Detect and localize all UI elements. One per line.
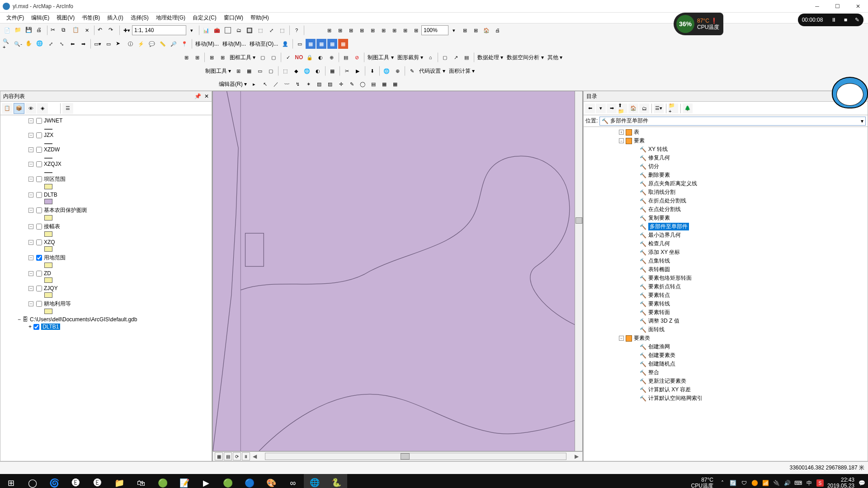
pause-drawing-button[interactable]: ⏸ xyxy=(242,452,250,460)
menu-file[interactable]: 文件(F) xyxy=(3,13,28,23)
close-button[interactable]: ✕ xyxy=(848,0,868,13)
tbtn-g1[interactable]: ⊞ xyxy=(324,25,334,35)
layout-view-button[interactable]: ▤ xyxy=(224,452,232,460)
expand-icon[interactable]: + xyxy=(619,130,624,135)
tbtn-f[interactable]: ⬚ xyxy=(277,25,287,35)
r4-j[interactable]: ✂ xyxy=(342,66,352,76)
save-button[interactable] xyxy=(24,25,34,35)
copy-button[interactable] xyxy=(60,25,70,35)
identify-button[interactable]: ⓘ xyxy=(125,39,135,49)
location-dropdown-icon[interactable]: ▾ xyxy=(861,118,863,124)
ed-k[interactable]: ◯ xyxy=(358,79,368,89)
zhitu-tool[interactable]: 制图工具 ▾ xyxy=(366,54,395,61)
shuju-tool[interactable]: 数据处理 ▾ xyxy=(476,54,505,61)
tbtn-a[interactable] xyxy=(223,25,233,35)
task-edge[interactable]: 🅔 xyxy=(87,474,108,488)
mianji-tool[interactable]: 面积计算 ▾ xyxy=(447,67,476,75)
menu-windows[interactable]: 窗口(W) xyxy=(220,13,247,23)
layer-checkbox[interactable] xyxy=(36,176,42,182)
goto-xy[interactable]: 📍 xyxy=(179,39,189,49)
cat-tool-item[interactable]: 🔨 表转椭圆 xyxy=(585,265,867,274)
editor-menu[interactable]: 编辑器(R) ▾ xyxy=(217,80,249,88)
layer-checkbox[interactable] xyxy=(36,224,42,230)
task-vs[interactable]: ∞ xyxy=(282,474,304,488)
toc-list-by-selection[interactable]: ◈ xyxy=(37,103,48,114)
r4-d[interactable]: ▢ xyxy=(266,66,276,76)
cat-tool-item[interactable]: 🔨 计算默认 XY 容差 xyxy=(585,385,867,394)
pause-icon[interactable]: ⏸ xyxy=(831,17,836,23)
tbtn-g6[interactable]: ⊞ xyxy=(378,25,388,35)
toc-pin-icon[interactable]: 📌 xyxy=(194,93,201,99)
cat-tool-item[interactable]: 🔨 复制要素 xyxy=(585,214,867,222)
cat-tool-item[interactable]: 🔨 修复几何 xyxy=(585,154,867,162)
layer-symbol[interactable] xyxy=(44,215,52,221)
layer-checkbox[interactable] xyxy=(36,161,42,167)
gdb-layer-row[interactable]: + DLTB1 xyxy=(1,323,211,330)
layer-symbol[interactable] xyxy=(44,129,52,130)
ed-b[interactable]: ↖ xyxy=(260,79,270,89)
menu-help[interactable]: 帮助(H) xyxy=(247,13,273,23)
tray-sync-icon[interactable]: 🔄 xyxy=(730,479,737,487)
tbtn-b[interactable]: 🗂 xyxy=(234,25,244,35)
r4-f[interactable]: ◆ xyxy=(291,66,301,76)
cat-tool-item[interactable]: 🔨 要素转点 xyxy=(585,291,867,300)
cat-home[interactable]: 🏠 xyxy=(628,103,638,113)
tbtn-d[interactable]: ⬚ xyxy=(255,25,265,35)
cat-tool-item[interactable]: 🔨 检查几何 xyxy=(585,239,867,248)
layer-symbol[interactable] xyxy=(44,184,52,189)
cat-node-table[interactable]: + 表 xyxy=(585,128,867,136)
cj-b[interactable]: ▢ xyxy=(440,52,450,62)
toc-tree[interactable]: − JWNET − JZX − XZDW − XZQJX − 坝区范围 − DL… xyxy=(0,115,212,461)
map-hscroll[interactable] xyxy=(265,453,566,460)
fixed-zoom-in[interactable]: ⤢ xyxy=(46,39,56,49)
select-features[interactable]: ▭▾ xyxy=(93,39,103,49)
task-360[interactable]: 🟢 xyxy=(152,474,174,488)
cat-tool-item[interactable]: 🔨 更新注记要素类 xyxy=(585,377,867,385)
hscroll-left[interactable]: ◀ xyxy=(253,453,257,460)
cut-button[interactable] xyxy=(49,25,59,35)
full-extent-button[interactable] xyxy=(35,39,45,49)
r4-g[interactable]: 🌐 xyxy=(302,66,312,76)
cat-fwd[interactable]: ➡ xyxy=(607,103,617,113)
daima-tool[interactable]: 代码设置 ▾ xyxy=(417,67,447,75)
map-vscroll[interactable] xyxy=(575,91,582,451)
expand-icon[interactable]: − xyxy=(28,224,33,229)
pan-button[interactable] xyxy=(24,39,34,49)
move-tool[interactable]: 👤 xyxy=(280,39,290,49)
add-data-button[interactable]: ✚▾ xyxy=(122,25,132,35)
find-button[interactable]: 🔎 xyxy=(169,39,179,49)
start-button[interactable]: ⊞ xyxy=(0,474,22,488)
expand-icon[interactable]: − xyxy=(28,208,33,213)
menu-insert[interactable]: 插入(I) xyxy=(104,13,127,23)
no-btn[interactable]: NO xyxy=(294,52,304,62)
expand-icon[interactable]: − xyxy=(28,162,33,167)
layer-row[interactable]: − JWNET xyxy=(1,117,211,124)
zoom-out-button[interactable]: 🔍- xyxy=(13,39,23,49)
ed-d[interactable]: 〰 xyxy=(282,79,292,89)
edit-icon[interactable]: ✎ xyxy=(855,17,859,23)
editor-toolbar-button[interactable]: 📊 xyxy=(201,25,211,35)
layer-checkbox[interactable] xyxy=(36,192,42,198)
expand-icon[interactable]: − xyxy=(28,133,33,138)
task-paint[interactable]: 🎨 xyxy=(260,474,282,488)
cat-tool-item[interactable]: 🔨 最小边界几何 xyxy=(585,231,867,239)
grid-a[interactable]: ⊞ xyxy=(181,52,191,62)
fixed-zoom-out[interactable]: ⤡ xyxy=(57,39,66,49)
delete-button[interactable]: ✕ xyxy=(82,25,92,35)
cat-tool-item[interactable]: 🔨 XY 转线 xyxy=(585,145,867,154)
catalog-close-icon[interactable] xyxy=(863,93,865,99)
tk-a[interactable]: ▢ xyxy=(258,52,268,62)
tray-keyboard-icon[interactable]: ⌨ xyxy=(795,479,802,487)
zoom-drop[interactable]: ▾ xyxy=(449,25,459,35)
task-recorder[interactable]: 🔵 xyxy=(239,474,260,488)
layer-row[interactable]: − XZQJX xyxy=(1,160,211,168)
expand-icon[interactable]: − xyxy=(28,271,33,276)
layer-checkbox[interactable] xyxy=(36,239,42,245)
ed-l[interactable]: ▤ xyxy=(368,79,378,89)
draw-rect[interactable]: ▭ xyxy=(295,39,305,49)
new-button[interactable]: 📄 xyxy=(2,25,12,35)
tbtn-h2[interactable]: ⊞ xyxy=(471,25,481,35)
ed-a[interactable]: ▸ xyxy=(249,79,259,89)
tbtn-h4[interactable]: 🖨 xyxy=(492,25,502,35)
grid-d[interactable]: ⊞ xyxy=(217,52,227,62)
